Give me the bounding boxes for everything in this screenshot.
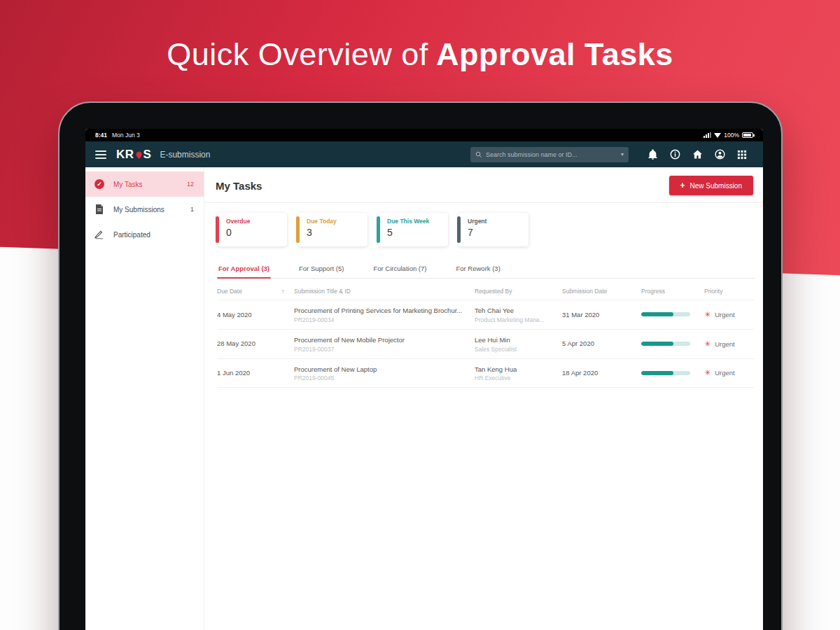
progress-bar [641,342,690,346]
col-header-progress[interactable]: Progress [641,288,704,295]
tablet-screen: 8:41Mon Jun 3 100% KR S E-submission [85,129,763,630]
cell-submission-id: PR2019-00034 [294,316,468,323]
new-submission-label: New Submission [690,182,742,190]
apps-grid-button[interactable] [731,144,753,166]
tab-for-rework[interactable]: For Rework (3) [454,260,501,278]
status-date: Mon Jun 3 [112,132,140,139]
status-bar-left: 8:41Mon Jun 3 [95,132,145,139]
sidebar-item-count: 12 [187,181,194,188]
apps-grid-icon [737,150,747,160]
col-header-title[interactable]: Submission Title & ID [294,288,475,295]
stat-card-value: 5 [387,227,442,238]
sort-arrow-icon[interactable]: ↑ [281,288,294,295]
cell-requested-by: Teh Chai Yee [475,306,558,316]
urgent-flower-icon: ✳ [704,311,710,318]
table-header-row: Due Date ↑ Submission Title & ID Request… [217,281,755,300]
sidebar-item-count: 1 [190,206,194,213]
col-header-requested-by[interactable]: Requested By [475,288,562,295]
account-icon [715,149,725,160]
main-panel: My Tasks + New Submission Overdue 0 [204,167,763,630]
progress-bar-fill [641,371,673,375]
logo-text-s: S [144,148,152,162]
cell-due-date: 28 May 2020 [217,339,281,349]
table-row[interactable]: 1 Jun 2020 Procurement of New Laptop PR2… [217,359,755,388]
stat-card-label: Urgent [468,218,523,225]
cell-requested-by: Tan Keng Hua [475,365,558,374]
new-submission-button[interactable]: + New Submission [669,176,754,195]
info-button[interactable] [664,144,686,166]
sidebar-item-label: My Submissions [113,206,190,214]
signal-icon [704,132,711,138]
app-header-bar: KR S E-submission ▾ [85,141,763,167]
stat-card-overdue[interactable]: Overdue 0 [217,213,287,246]
app-name: E-submission [160,150,210,160]
sidebar-item-my-submissions[interactable]: My Submissions 1 [85,197,204,222]
cell-due-date: 1 Jun 2020 [217,368,281,378]
cell-title: Procurement of Printing Services for Mar… [294,306,468,316]
table-row[interactable]: 28 May 2020 Procurement of New Mobile Pr… [217,330,755,359]
status-time: 8:41 [95,132,107,139]
cell-title: Procurement of New Mobile Projector [294,335,468,345]
urgent-flower-icon: ✳ [704,340,710,348]
hero-title-light: Quick Overview of [167,36,428,72]
page-header: My Tasks + New Submission [204,167,763,203]
stat-card-value: 3 [307,227,362,238]
col-header-priority[interactable]: Priority [704,288,755,295]
cell-title: Procurement of New Laptop [294,365,468,374]
stat-card-urgent[interactable]: Urgent 7 [458,213,528,246]
stat-card-value: 0 [226,227,281,238]
tasks-table: Due Date ↑ Submission Title & ID Request… [217,281,755,388]
progress-bar [641,371,690,375]
stat-card-due-today[interactable]: Due Today 3 [298,213,368,246]
cell-requester-role: Sales Specialist [475,346,558,353]
search-input[interactable] [486,151,618,158]
col-header-due-date[interactable]: Due Date [217,288,281,295]
signature-icon [94,229,105,240]
home-button[interactable] [686,144,708,166]
sidebar: ✓ My Tasks 12 My Submissions 1 [85,167,204,630]
cell-requested-by: Lee Hui Min [475,335,558,345]
stat-card-due-this-week[interactable]: Due This Week 5 [378,213,448,246]
cell-priority: Urgent [715,369,735,377]
marketing-banner: Quick Overview of Approval Tasks 8:41Mon… [0,0,840,630]
tablet-device-frame: 8:41Mon Jun 3 100% KR S E-submission [58,102,783,630]
progress-bar-fill [641,342,673,346]
hamburger-menu-icon[interactable] [95,150,106,159]
sidebar-item-participated[interactable]: Participated [85,222,204,247]
search-icon [475,151,482,158]
cell-requester-role: HR Executive [475,374,558,382]
table-row[interactable]: 4 May 2020 Procurement of Printing Servi… [217,300,755,330]
search-box[interactable]: ▾ [470,147,629,162]
stat-card-label: Due Today [307,218,362,225]
cell-submission-id: PR2019-00037 [294,346,468,353]
hero-title: Quick Overview of Approval Tasks [0,36,840,73]
bell-icon [648,149,658,160]
document-icon [94,204,105,215]
sidebar-item-my-tasks[interactable]: ✓ My Tasks 12 [85,172,204,197]
urgent-flower-icon: ✳ [704,369,710,377]
status-bar-right: 100% [704,132,753,139]
notifications-button[interactable] [641,144,664,166]
hero-title-bold: Approval Tasks [436,36,673,72]
cell-requester-role: Product Marketing Mana... [475,316,558,323]
col-header-submission-date[interactable]: Submission Date [562,288,641,295]
search-dropdown-caret-icon[interactable]: ▾ [621,151,624,158]
logo-pin-icon [135,150,143,160]
tab-for-circulation[interactable]: For Circulation (7) [372,260,428,278]
logo-text-kr: KR [116,148,134,162]
account-button[interactable] [708,144,731,166]
cell-submission-id: PR2019-00045 [294,374,468,382]
cell-priority: Urgent [715,340,735,348]
kris-logo[interactable]: KR S [116,148,151,162]
status-bar: 8:41Mon Jun 3 100% [85,129,763,141]
sidebar-item-label: My Tasks [113,181,187,188]
cell-submission-date: 18 Apr 2020 [562,368,641,378]
battery-percent: 100% [724,132,739,139]
check-circle-icon: ✓ [94,178,105,190]
stat-card-label: Overdue [226,218,281,225]
tab-for-approval[interactable]: For Approval (3) [217,260,271,278]
tab-for-support[interactable]: For Support (5) [298,260,345,278]
stat-card-value: 7 [468,227,523,238]
stat-card-label: Due This Week [387,218,442,225]
progress-bar [641,312,690,316]
